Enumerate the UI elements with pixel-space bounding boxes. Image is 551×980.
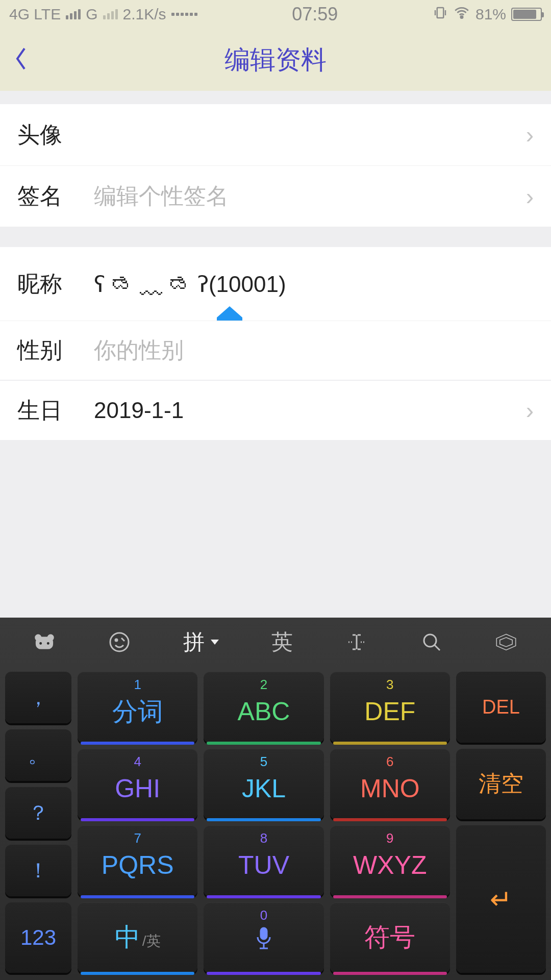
key-lang-switch[interactable]: 中/英 — [78, 902, 197, 973]
svg-marker-10 — [497, 634, 516, 650]
bear-logo-icon — [33, 631, 56, 653]
emoji-icon — [108, 631, 131, 653]
key-delete[interactable]: DEL — [456, 672, 546, 743]
row-nickname[interactable]: 昵称 ʕ ಡ ﹏ ಡ ʔ(10001) — [0, 247, 551, 321]
row-gender[interactable]: 性别 你的性别 — [0, 321, 551, 380]
gender-label: 性别 — [17, 335, 94, 365]
status-time: 07:59 — [197, 4, 433, 25]
key-2-abc[interactable]: 2ABC — [204, 672, 323, 743]
search-icon — [420, 631, 443, 653]
key-6-mno[interactable]: 6MNO — [330, 749, 450, 820]
text-cursor-icon — [345, 631, 368, 653]
kb-left-column: ， 。 ？ ！ — [5, 672, 71, 896]
network-4g-label: 4G LTE — [9, 6, 61, 23]
key-4-ghi[interactable]: 4GHI — [78, 749, 197, 820]
svg-point-6 — [47, 642, 49, 645]
key-3-def[interactable]: 3DEF — [330, 672, 450, 743]
birthday-value: 2019-1-1 — [94, 398, 526, 423]
key-123[interactable]: 123 — [5, 902, 71, 973]
enter-icon: ↵ — [490, 884, 512, 915]
birthday-label: 生日 — [17, 396, 94, 426]
svg-point-7 — [110, 633, 129, 651]
kb-cursor-button[interactable] — [345, 631, 368, 653]
svg-rect-4 — [36, 636, 53, 649]
chevron-right-icon: › — [526, 121, 534, 149]
vibrate-icon — [433, 5, 448, 24]
wifi-icon — [453, 4, 470, 25]
key-0-voice[interactable]: 0 — [204, 902, 323, 973]
svg-rect-12 — [261, 928, 267, 939]
page-header: 编辑资料 — [0, 29, 551, 91]
section-gap — [0, 227, 551, 247]
keyboard-grid: ， 。 ？ ！ 1分词 2ABC 3DEF DEL 4GHI 5JKL 6MNO… — [0, 667, 551, 980]
svg-marker-11 — [500, 638, 512, 647]
section-gap — [0, 91, 551, 104]
row-avatar[interactable]: 头像 › — [0, 104, 551, 165]
chevron-right-icon: › — [526, 397, 534, 424]
section-profile-3: 生日 2019-1-1 › — [0, 381, 551, 440]
signal-bars-1-icon — [66, 9, 81, 19]
key-enter[interactable]: ↵ — [456, 825, 546, 973]
network-g-label: G — [86, 6, 97, 23]
key-question[interactable]: ？ — [5, 787, 71, 839]
svg-point-9 — [424, 634, 436, 647]
nickname-value: ʕ ಡ ﹏ ಡ ʔ(10001) — [94, 271, 534, 297]
kb-pinyin-button[interactable]: 拼 — [183, 628, 219, 656]
kb-english-button[interactable]: 英 — [271, 628, 293, 656]
row-birthday[interactable]: 生日 2019-1-1 › — [0, 381, 551, 440]
kb-logo-button[interactable] — [33, 631, 56, 653]
signature-label: 签名 — [17, 181, 94, 211]
keyboard: 拼 英 ， 。 ？ ！ 1分词 2ABC 3DEF DEL 4GHI 5JKL … — [0, 618, 551, 980]
key-8-tuv[interactable]: 8TUV — [204, 825, 323, 896]
key-symbol[interactable]: 符号 — [330, 902, 450, 973]
nickname-label: 昵称 — [17, 269, 94, 299]
svg-point-8 — [115, 639, 117, 641]
section-profile-2: 昵称 ʕ ಡ ﹏ ಡ ʔ(10001) 性别 你的性别 — [0, 247, 551, 380]
signal-bars-2-icon — [103, 9, 118, 19]
key-7-pqrs[interactable]: 7PQRS — [78, 825, 197, 896]
svg-rect-0 — [437, 8, 444, 18]
status-bar: 4G LTE G 2.1K/s 07:59 81% — [0, 0, 551, 29]
kb-search-button[interactable] — [420, 631, 443, 653]
key-9-wxyz[interactable]: 9WXYZ — [330, 825, 450, 896]
battery-percent: 81% — [475, 6, 506, 23]
data-speed: 2.1K/s — [123, 6, 166, 23]
signature-placeholder: 编辑个性签名 — [94, 181, 526, 211]
row-signature[interactable]: 签名 编辑个性签名 › — [0, 165, 551, 227]
kb-brand-button[interactable] — [495, 631, 517, 653]
key-1-fenci[interactable]: 1分词 — [78, 672, 197, 743]
section-profile-1: 头像 › 签名 编辑个性签名 › — [0, 104, 551, 227]
kb-emoji-button[interactable] — [108, 631, 131, 653]
avatar-label: 头像 — [17, 120, 94, 150]
cooler-master-logo-icon — [495, 631, 517, 653]
grid-icon — [171, 13, 197, 16]
battery-icon — [511, 8, 542, 21]
chevron-right-icon: › — [526, 183, 534, 210]
chevron-down-icon — [211, 640, 219, 645]
key-comma[interactable]: ， — [5, 672, 71, 723]
key-exclaim[interactable]: ！ — [5, 845, 71, 896]
svg-point-5 — [40, 642, 42, 645]
microphone-icon — [254, 926, 274, 950]
key-period[interactable]: 。 — [5, 729, 71, 781]
svg-point-1 — [461, 16, 463, 18]
key-clear[interactable]: 清空 — [456, 749, 546, 820]
key-5-jkl[interactable]: 5JKL — [204, 749, 323, 820]
chevron-left-icon — [13, 46, 28, 71]
back-button[interactable] — [0, 46, 41, 73]
gender-placeholder: 你的性别 — [94, 335, 534, 365]
page-title: 编辑资料 — [41, 43, 551, 77]
keyboard-toolbar: 拼 英 — [0, 618, 551, 667]
